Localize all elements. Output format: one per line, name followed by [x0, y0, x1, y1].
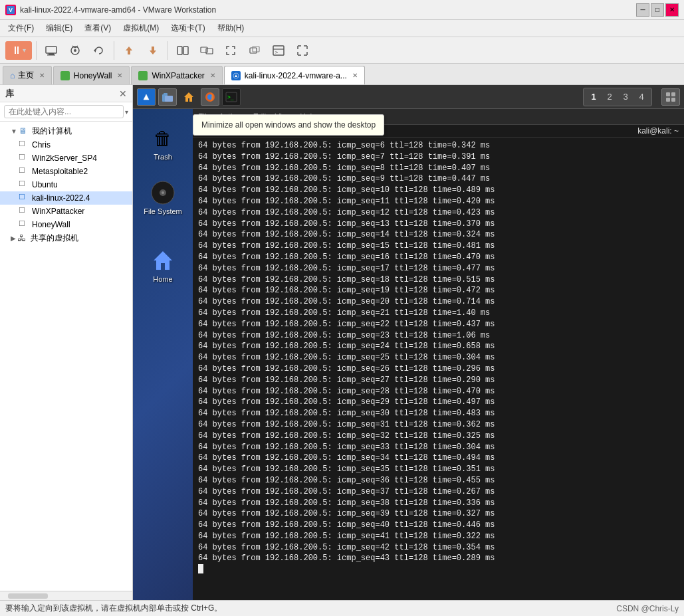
- scrollbar-thumb[interactable]: [8, 593, 48, 599]
- svg-rect-23: [165, 96, 173, 102]
- tree-item-winxp[interactable]: ☐ WinXPattacker: [0, 205, 132, 218]
- terminal-line: 64 bytes from 192.168.200.5: icmp_seq=17…: [198, 263, 679, 274]
- workspace-switcher: 1 2 3 4: [583, 88, 652, 106]
- console-btn[interactable]: >_: [268, 40, 289, 61]
- tab-home-label: 主页: [18, 70, 34, 81]
- sidebar-scrollbar[interactable]: [0, 591, 132, 600]
- workspace-1-btn[interactable]: 1: [586, 90, 601, 104]
- tree-item-my-computer[interactable]: ▼ 🖥 我的计算机: [0, 124, 132, 138]
- search-input[interactable]: [4, 105, 124, 118]
- terminal-title-text: kali@kali: ~: [637, 126, 679, 136]
- workspace-4-btn[interactable]: 4: [634, 90, 649, 104]
- tree-item-kali[interactable]: ☐ kali-linux-2022.4: [0, 191, 132, 205]
- pause-button[interactable]: ⏸ ▾: [5, 41, 32, 60]
- terminal-line: 64 bytes from 192.168.200.5: icmp_seq=26…: [198, 363, 679, 375]
- tree-item-metasploitable[interactable]: ☐ Metasploitable2: [0, 165, 132, 178]
- tab-honeywall[interactable]: HoneyWall ✕: [53, 66, 130, 84]
- tree-item-win2k[interactable]: ☐ Win2kServer_SP4: [0, 152, 132, 165]
- status-bar: 要将输入定向到该虚拟机，请在虚拟机内部单击或按 Ctrl+G。 CSDN @Ch…: [0, 600, 684, 616]
- terminal-content[interactable]: 64 bytes from 192.168.200.5: icmp_seq=6 …: [193, 138, 684, 600]
- menu-view[interactable]: 查看(V): [79, 21, 116, 35]
- vm-icon-kali: ☐: [19, 193, 29, 203]
- tab-kali-label: kali-linux-2022.4-vmware-a...: [245, 71, 347, 80]
- workspace-3-btn[interactable]: 3: [618, 90, 633, 104]
- terminal-line: 64 bytes from 192.168.200.5: icmp_seq=36…: [198, 475, 679, 486]
- trash-icon-desktop[interactable]: 🗑 Trash: [140, 122, 186, 163]
- download-btn[interactable]: [142, 40, 164, 61]
- dual-monitor-btn[interactable]: [196, 40, 217, 61]
- vm-icon-ubuntu: ☐: [19, 179, 29, 190]
- terminal-btn[interactable]: >_: [222, 88, 241, 106]
- window-title: kali-linux-2022.4-vmware-amd64 - VMware …: [20, 5, 216, 15]
- app-icon: V: [5, 5, 16, 15]
- tab-winxp-close[interactable]: ✕: [210, 72, 215, 79]
- revert-btn[interactable]: [88, 40, 110, 61]
- close-window-btn[interactable]: ✕: [665, 3, 679, 17]
- tabs-row: ⌂ 主页 ✕ HoneyWall ✕ WinXPattacker ✕ kali-…: [0, 64, 684, 85]
- menu-file[interactable]: 文件(F): [3, 21, 39, 35]
- minimize-window-btn[interactable]: ─: [636, 3, 649, 17]
- home-folder-btn[interactable]: [179, 88, 198, 106]
- svg-rect-14: [250, 48, 257, 53]
- terminal-line: 64 bytes from 192.168.200.5: icmp_seq=12…: [198, 207, 679, 219]
- sidebar-close-btn[interactable]: ✕: [119, 88, 127, 99]
- vm-toolbar: >_ 1 2 3 4: [133, 85, 684, 109]
- tree-item-shared[interactable]: ▶ 🖧 共享的虚拟机: [0, 231, 132, 245]
- terminal-line: 64 bytes from 192.168.200.5: icmp_seq=21…: [198, 308, 679, 319]
- menu-edit[interactable]: 编辑(E): [41, 21, 78, 35]
- terminal-window: File Actions Edit View Help kali@kali: ~…: [193, 109, 684, 600]
- kali-menu-btn[interactable]: [137, 88, 156, 106]
- terminal-line: 64 bytes from 192.168.200.5: icmp_seq=13…: [198, 219, 679, 230]
- home-icon-desktop[interactable]: Home: [140, 245, 186, 286]
- maximize-window-btn[interactable]: □: [651, 3, 664, 17]
- tab-kali-close[interactable]: ✕: [352, 72, 358, 79]
- tab-home-close[interactable]: ✕: [39, 72, 45, 79]
- terminal-line: 64 bytes from 192.168.200.5: icmp_seq=27…: [198, 375, 679, 386]
- tree-item-ubuntu[interactable]: ☐ Ubuntu: [0, 178, 132, 191]
- terminal-line: 64 bytes from 192.168.200.5: icmp_seq=33…: [198, 442, 679, 453]
- resize-vm-btn[interactable]: [244, 40, 265, 61]
- svg-rect-22: [164, 93, 168, 95]
- fullscreen-exit-btn[interactable]: [220, 40, 241, 61]
- desktop[interactable]: 🗑 Trash File System: [133, 109, 684, 600]
- tree-label-honeywall: HoneyWall: [32, 220, 70, 229]
- trash-image: 🗑: [150, 125, 176, 152]
- terminal-line: 64 bytes from 192.168.200.5: icmp_seq=8 …: [198, 163, 679, 174]
- svg-marker-8: [126, 47, 132, 54]
- tree-label-kali: kali-linux-2022.4: [32, 193, 90, 203]
- firefox-btn[interactable]: [201, 88, 219, 106]
- terminal-line: 64 bytes from 192.168.200.5: icmp_seq=6 …: [198, 140, 679, 152]
- computer-icon: 🖥: [19, 126, 29, 137]
- terminal-line: 64 bytes from 192.168.200.5: icmp_seq=16…: [198, 252, 679, 263]
- tree-item-honeywall[interactable]: ☐ HoneyWall: [0, 218, 132, 231]
- folders-btn[interactable]: [158, 88, 177, 106]
- filesystem-icon-desktop[interactable]: File System: [140, 177, 186, 218]
- tree-item-chris[interactable]: ☐ Chris: [0, 138, 132, 152]
- menu-bar: 文件(F) 编辑(E) 查看(V) 虚拟机(M) 选项卡(T) 帮助(H): [0, 20, 684, 37]
- menu-vm[interactable]: 虚拟机(M): [118, 21, 164, 35]
- tree-label-meta: Metasploitable2: [32, 167, 88, 176]
- tab-home[interactable]: ⌂ 主页 ✕: [3, 66, 52, 84]
- trash-label: Trash: [154, 153, 172, 161]
- filesystem-image: [150, 179, 176, 206]
- terminal-line: 64 bytes from 192.168.200.5: icmp_seq=30…: [198, 408, 679, 419]
- apps-grid-btn[interactable]: [661, 88, 680, 106]
- tab-honeywall-close[interactable]: ✕: [117, 72, 122, 79]
- terminal-line: 64 bytes from 192.168.200.5: icmp_seq=25…: [198, 352, 679, 363]
- menu-tabs[interactable]: 选项卡(T): [166, 21, 210, 35]
- upload-btn[interactable]: [118, 40, 140, 61]
- snapshot-btn[interactable]: [64, 40, 86, 61]
- menu-help[interactable]: 帮助(H): [212, 21, 250, 35]
- terminal-line: 64 bytes from 192.168.200.5: icmp_seq=32…: [198, 431, 679, 442]
- tab-winxp[interactable]: WinXPattacker ✕: [131, 66, 222, 84]
- status-left-text: 要将输入定向到该虚拟机，请在虚拟机内部单击或按 Ctrl+G。: [5, 603, 616, 614]
- send-to-vm-btn[interactable]: [41, 40, 62, 61]
- workspace-2-btn[interactable]: 2: [602, 90, 617, 104]
- svg-rect-15: [253, 47, 259, 52]
- tab-kali[interactable]: kali-linux-2022.4-vmware-a... ✕: [224, 66, 365, 84]
- search-dropdown-btn[interactable]: ▾: [125, 108, 128, 116]
- split-view-btn[interactable]: [172, 40, 193, 61]
- expand-btn[interactable]: [292, 40, 313, 61]
- svg-rect-28: [666, 92, 670, 96]
- terminal-line: 64 bytes from 192.168.200.5: icmp_seq=38…: [198, 498, 679, 509]
